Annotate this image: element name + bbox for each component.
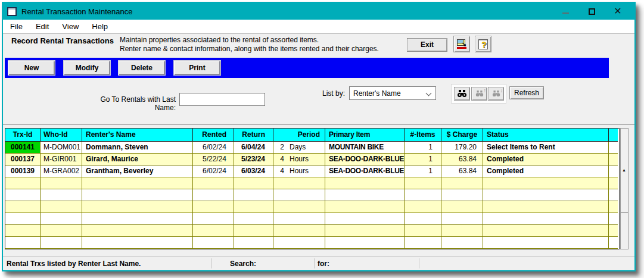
help-icon (478, 39, 488, 49)
title-bar: Rental Transaction Maintenance ✕ (3, 3, 634, 20)
cell-status[interactable]: Completed (483, 154, 609, 165)
cell-primary-item[interactable]: MOUNTAIN BIKE (325, 142, 405, 154)
cell-return[interactable]: 6/04/24 (234, 142, 273, 154)
status-for-label: for: (318, 260, 329, 268)
col-header-num-items[interactable]: #-Items (405, 129, 441, 142)
table-vertical-scrollbar[interactable]: ▲ (620, 128, 629, 249)
cell-return[interactable]: 6/03/24 (234, 165, 273, 177)
table-row-empty[interactable] (5, 177, 619, 189)
find-button-group: ↑ ↓ (451, 84, 506, 104)
scrollbar-thumb-edge (621, 212, 628, 213)
page-title: Record Rental Transactions (11, 36, 114, 45)
chevron-down-icon (427, 91, 431, 96)
cell-rented[interactable]: 5/22/24 (193, 154, 234, 165)
menu-view[interactable]: View (56, 20, 85, 33)
cell-charge[interactable]: 63.84 (441, 165, 483, 177)
status-divider (211, 258, 212, 268)
page-description-line2: Renter name & contact information, along… (120, 45, 379, 53)
status-message: Rental Trxs listed by Renter Last Name. (7, 260, 141, 268)
table-header-row: Trx-Id Who-Id Renter's Name Rented Retur… (5, 129, 619, 142)
col-header-trx-id[interactable]: Trx-Id (5, 129, 41, 142)
list-by-label: List by: (322, 89, 345, 98)
cell-rented[interactable]: 6/02/24 (193, 142, 234, 154)
delete-button[interactable]: Delete (118, 60, 166, 76)
cell-renters-name[interactable]: Girard, Maurice (82, 154, 193, 165)
status-divider (314, 258, 315, 268)
cell-rented[interactable]: 6/02/24 (193, 165, 234, 177)
app-window: Rental Transaction Maintenance ✕ File Ed… (2, 2, 636, 271)
cell-period[interactable]: 4Hours (273, 165, 325, 177)
cell-period[interactable]: 4Hours (273, 154, 325, 165)
cell-charge[interactable]: 179.20 (441, 142, 483, 154)
table-row[interactable]: 000139 M-GRA002 Grantham, Beverley 6/02/… (5, 165, 619, 177)
col-header-return[interactable]: Return (234, 129, 273, 142)
menu-file[interactable]: File (4, 20, 29, 33)
cell-trx-id[interactable]: 000137 (5, 154, 41, 165)
col-header-charge[interactable]: $ Charge (441, 129, 483, 142)
menu-help[interactable]: Help (86, 20, 114, 33)
col-header-spacer (609, 129, 618, 142)
list-by-dropdown[interactable]: Renter's Name (349, 86, 436, 100)
find-next-icon (492, 90, 500, 97)
col-header-primary-item[interactable]: Primary Item (325, 129, 405, 142)
cell-primary-item[interactable]: SEA-DOO-DARK-BLUE (325, 154, 405, 165)
table-row-empty[interactable] (5, 225, 619, 237)
maximize-icon (589, 8, 595, 15)
find-button[interactable] (454, 87, 470, 101)
scroll-up-icon[interactable]: ▲ (622, 168, 626, 172)
window-title: Rental Transaction Maintenance (21, 7, 132, 16)
cell-num-items[interactable]: 1 (405, 142, 441, 154)
minimize-button[interactable] (552, 3, 578, 20)
cell-renters-name[interactable]: Grantham, Beverley (82, 165, 193, 177)
cell-status[interactable]: Completed (483, 165, 609, 177)
menu-bar: File Edit View Help (3, 20, 634, 34)
cell-charge[interactable]: 63.84 (441, 154, 483, 165)
cell-trx-id[interactable]: 000141 (5, 142, 41, 154)
table-row[interactable]: 000137 M-GIR001 Girard, Maurice 5/22/24 … (5, 154, 619, 165)
new-button[interactable]: New (8, 60, 55, 76)
cell-primary-item[interactable]: SEA-DOO-DARK-BLUE (325, 165, 405, 177)
maximize-button[interactable] (578, 3, 605, 20)
col-header-status[interactable]: Status (483, 129, 609, 142)
list-by-value: Renter's Name (353, 89, 401, 98)
col-header-period[interactable]: Period (273, 129, 325, 142)
table-row[interactable]: 000141 M-DOM001 Dommann, Steven 6/02/24 … (5, 142, 619, 154)
window-icon (7, 7, 17, 16)
cell-status[interactable]: Select Items to Rent (483, 142, 609, 154)
table-row-empty[interactable] (5, 189, 619, 201)
status-bar: Rental Trxs listed by Renter Last Name. … (3, 257, 634, 269)
page-description-line1: Maintain properties associataed to the r… (120, 36, 319, 44)
modify-button[interactable]: Modify (63, 60, 111, 76)
cell-return[interactable]: 5/23/24 (234, 154, 273, 165)
print-report-button[interactable]: ➘ (453, 36, 470, 52)
menu-edit[interactable]: Edit (30, 20, 55, 33)
col-header-renters-name[interactable]: Renter's Name (82, 129, 193, 142)
close-icon: ✕ (614, 7, 621, 16)
exit-button[interactable]: Exit (407, 38, 447, 52)
close-button[interactable]: ✕ (605, 3, 631, 20)
find-icon (457, 90, 467, 98)
help-button[interactable] (475, 36, 491, 52)
cell-who-id[interactable]: M-GRA002 (41, 165, 82, 177)
print-button[interactable]: Print (173, 60, 221, 76)
find-previous-button[interactable]: ↑ (471, 87, 487, 101)
cell-who-id[interactable]: M-DOM001 (41, 142, 82, 154)
status-divider (419, 258, 419, 268)
cell-trx-id[interactable]: 000139 (5, 165, 41, 177)
find-next-button[interactable]: ↓ (488, 87, 504, 101)
cell-who-id[interactable]: M-GIR001 (41, 154, 82, 165)
col-header-who-id[interactable]: Who-Id (41, 129, 82, 142)
rentals-table: Trx-Id Who-Id Renter's Name Rented Retur… (5, 128, 620, 249)
cell-num-items[interactable]: 1 (405, 165, 441, 177)
refresh-button[interactable]: Refresh (509, 86, 544, 99)
goto-last-name-label: Go To Rentals with Last Name: (86, 95, 176, 112)
table-row-empty[interactable] (5, 237, 619, 249)
separator-line (3, 124, 634, 124)
col-header-rented[interactable]: Rented (193, 129, 234, 142)
cell-period[interactable]: 2Days (273, 142, 325, 154)
cell-num-items[interactable]: 1 (405, 154, 441, 165)
table-row-empty[interactable] (5, 213, 619, 225)
cell-renters-name[interactable]: Dommann, Steven (82, 142, 193, 154)
table-row-empty[interactable] (5, 201, 619, 213)
goto-last-name-input[interactable] (179, 93, 265, 106)
